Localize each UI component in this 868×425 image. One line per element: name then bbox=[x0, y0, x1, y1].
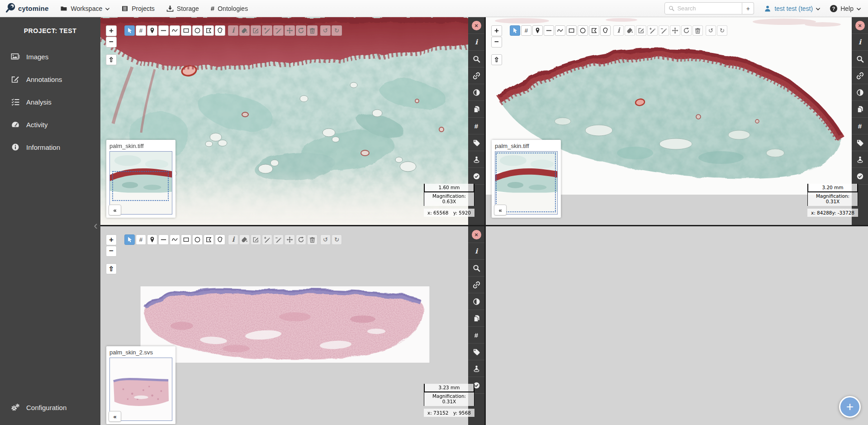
freehand-line-tool-button[interactable] bbox=[170, 234, 180, 245]
tag-panel-button[interactable] bbox=[468, 344, 484, 360]
redo-tool-button[interactable]: ↻ bbox=[717, 25, 727, 36]
line-tool-button[interactable] bbox=[158, 25, 169, 36]
undo-tool-button[interactable]: ↺ bbox=[320, 234, 331, 245]
select-tool-button[interactable] bbox=[510, 25, 520, 36]
nav-storage[interactable]: Storage bbox=[166, 5, 199, 12]
copy-panel-button[interactable] bbox=[852, 101, 868, 118]
refresh-tool-button[interactable] bbox=[296, 234, 306, 245]
close-panel-button[interactable]: × bbox=[468, 17, 484, 34]
delete-tool-button[interactable] bbox=[693, 25, 703, 36]
redo-tool-button[interactable]: ↻ bbox=[332, 25, 342, 36]
contrast-panel-button[interactable] bbox=[468, 84, 484, 101]
undo-tool-button[interactable]: ↺ bbox=[320, 25, 331, 36]
tag-panel-button[interactable] bbox=[852, 134, 868, 151]
add-part-tool-button[interactable] bbox=[262, 25, 272, 36]
rectangle-tool-button[interactable] bbox=[181, 234, 191, 245]
link-panel-button[interactable] bbox=[468, 277, 484, 293]
position-panel-button[interactable] bbox=[468, 360, 484, 377]
collapse-overview-button[interactable]: « bbox=[109, 411, 121, 422]
copy-panel-button[interactable] bbox=[468, 101, 484, 118]
contrast-panel-button[interactable] bbox=[852, 84, 868, 101]
viewer-divider-vertical[interactable] bbox=[484, 17, 486, 425]
sidebar-item-activity[interactable]: Activity bbox=[0, 113, 100, 136]
circle-tool-button[interactable] bbox=[192, 25, 203, 36]
point-tool-button[interactable] bbox=[147, 234, 157, 245]
help-menu[interactable]: ? Help bbox=[830, 5, 861, 12]
position-panel-button[interactable] bbox=[852, 151, 868, 168]
info-panel-button[interactable]: i bbox=[468, 243, 484, 260]
select-tool-button[interactable] bbox=[124, 25, 135, 36]
review-panel-button[interactable] bbox=[468, 168, 484, 185]
fill-tool-button[interactable] bbox=[625, 25, 635, 36]
move-tool-button[interactable] bbox=[285, 25, 295, 36]
zoom-out-tool-button[interactable]: − bbox=[106, 37, 117, 48]
zoom-out-tool-button[interactable]: − bbox=[106, 246, 117, 257]
sidebar-item-analysis[interactable]: Analysis bbox=[0, 91, 100, 113]
nav-projects[interactable]: Projects bbox=[121, 5, 155, 12]
sidebar-item-images[interactable]: Images bbox=[0, 45, 100, 68]
remove-part-tool-button[interactable] bbox=[273, 234, 284, 245]
search-panel-button[interactable] bbox=[468, 51, 484, 67]
rectangle-tool-button[interactable] bbox=[181, 25, 191, 36]
refresh-tool-button[interactable] bbox=[681, 25, 692, 36]
copy-panel-button[interactable] bbox=[468, 310, 484, 327]
grid-tool-button[interactable]: # bbox=[136, 25, 146, 36]
search-panel-button[interactable] bbox=[852, 51, 868, 67]
refresh-tool-button[interactable] bbox=[296, 25, 306, 36]
polygon-tool-button[interactable] bbox=[589, 25, 599, 36]
freehand-line-tool-button[interactable] bbox=[170, 25, 180, 36]
rectangle-tool-button[interactable] bbox=[566, 25, 577, 36]
collapse-overview-button[interactable]: « bbox=[109, 205, 121, 215]
zoom-in-tool-button[interactable]: + bbox=[106, 234, 117, 245]
line-tool-button[interactable] bbox=[158, 234, 169, 245]
nav-ontologies[interactable]: # Ontologies bbox=[211, 5, 248, 12]
info-tool-button[interactable]: i bbox=[228, 25, 238, 36]
fill-tool-button[interactable] bbox=[239, 234, 250, 245]
move-tool-button[interactable] bbox=[670, 25, 680, 36]
circle-tool-button[interactable] bbox=[192, 234, 203, 245]
fill-tool-button[interactable] bbox=[239, 25, 250, 36]
sidebar-item-information[interactable]: Information bbox=[0, 136, 100, 158]
sidebar-item-annotations[interactable]: Annotations bbox=[0, 68, 100, 91]
link-panel-button[interactable] bbox=[852, 67, 868, 84]
nav-workspace[interactable]: Workspace bbox=[60, 5, 109, 12]
sidebar-collapse-handle[interactable]: ‹ bbox=[92, 221, 100, 230]
rotate-tool-button[interactable]: ⇧ bbox=[106, 54, 117, 65]
undo-tool-button[interactable]: ↺ bbox=[706, 25, 716, 36]
add-part-tool-button[interactable] bbox=[647, 25, 658, 36]
user-menu[interactable]: test test (test) bbox=[764, 5, 820, 12]
freehand-polygon-tool-button[interactable] bbox=[215, 25, 225, 36]
add-part-tool-button[interactable] bbox=[262, 234, 272, 245]
search-add-button[interactable]: + bbox=[742, 2, 754, 14]
select-tool-button[interactable] bbox=[124, 234, 135, 245]
grid-tool-button[interactable]: # bbox=[521, 25, 531, 36]
viewport-indicator[interactable] bbox=[112, 171, 169, 201]
viewport-indicator[interactable] bbox=[496, 153, 556, 212]
zoom-out-tool-button[interactable]: − bbox=[491, 37, 502, 48]
review-panel-button[interactable] bbox=[852, 168, 868, 185]
search-input[interactable] bbox=[677, 5, 738, 12]
move-tool-button[interactable] bbox=[285, 234, 295, 245]
remove-part-tool-button[interactable] bbox=[659, 25, 669, 36]
info-panel-button[interactable]: i bbox=[852, 34, 868, 51]
polygon-tool-button[interactable] bbox=[204, 25, 214, 36]
redo-tool-button[interactable]: ↻ bbox=[332, 234, 342, 245]
ontology-panel-button[interactable]: # bbox=[852, 118, 868, 134]
close-panel-button[interactable]: × bbox=[852, 17, 868, 34]
remove-part-tool-button[interactable] bbox=[273, 25, 284, 36]
search-panel-button[interactable] bbox=[468, 260, 484, 277]
edit-tool-button[interactable] bbox=[251, 234, 261, 245]
edit-tool-button[interactable] bbox=[636, 25, 646, 36]
freehand-polygon-tool-button[interactable] bbox=[215, 234, 225, 245]
info-tool-button[interactable]: i bbox=[228, 234, 238, 245]
delete-tool-button[interactable] bbox=[307, 25, 318, 36]
point-tool-button[interactable] bbox=[147, 25, 157, 36]
add-viewer-button[interactable]: + bbox=[839, 396, 861, 418]
rotate-tool-button[interactable]: ⇧ bbox=[106, 263, 117, 274]
freehand-polygon-tool-button[interactable] bbox=[600, 25, 611, 36]
freehand-line-tool-button[interactable] bbox=[555, 25, 565, 36]
delete-tool-button[interactable] bbox=[307, 234, 318, 245]
sidebar-item-configuration[interactable]: Configuration bbox=[0, 396, 100, 419]
ontology-panel-button[interactable]: # bbox=[468, 118, 484, 134]
grid-tool-button[interactable]: # bbox=[136, 234, 146, 245]
